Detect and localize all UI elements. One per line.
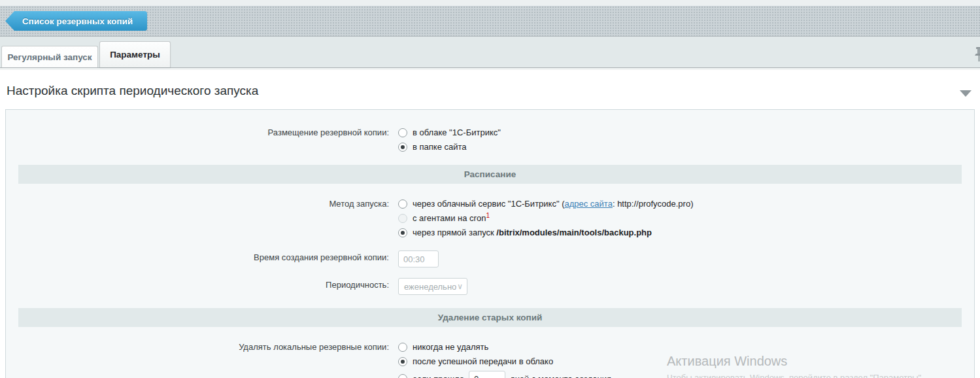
form-row-launch-method: Метод запуска: через облачный сервис "1С… <box>6 197 974 240</box>
tab-regular-launch[interactable]: Регулярный запуск <box>1 46 98 67</box>
tab-parameters-label: Параметры <box>110 50 160 60</box>
placement-label: Размещение резервной копии: <box>6 126 398 137</box>
periodicity-label: Периодичность: <box>6 278 398 290</box>
radio-placement-cloud[interactable]: в облаке "1С-Битрикс" <box>398 126 974 139</box>
form-row-backup-time: Время создания резервной копии: <box>6 250 974 267</box>
radio-method-direct-text: через прямой запуск /bitrix/modules/main… <box>413 228 652 237</box>
radio-circle[interactable] <box>398 343 407 352</box>
radio-placement-folder[interactable]: в папке сайта <box>398 140 974 154</box>
radio-placement-folder-label: в папке сайта <box>413 142 467 152</box>
form-row-placement: Размещение резервной копии: в облаке "1С… <box>6 126 974 154</box>
periodicity-select[interactable]: еженедельно ∨ <box>398 278 467 295</box>
radio-method-direct[interactable]: через прямой запуск /bitrix/modules/main… <box>398 226 974 239</box>
radio-circle[interactable] <box>398 199 407 209</box>
windows-activation-watermark: Активация Windows <box>667 354 787 369</box>
form-row-periodicity: Периодичность: еженедельно ∨ <box>6 278 974 295</box>
tab-bar: Регулярный запуск Параметры <box>0 37 980 68</box>
radio-delete-never-label: никогда не удалять <box>413 342 488 352</box>
back-to-backup-list-button[interactable]: Список резервных копий <box>5 11 147 31</box>
radio-method-cloud-text: через облачный сервис "1С-Битрикс" (адре… <box>413 199 693 209</box>
days-count-input[interactable] <box>469 371 505 378</box>
back-button-label: Список резервных копий <box>22 16 133 26</box>
radio-circle-checked[interactable] <box>398 228 407 237</box>
backup-script-path: /bitrix/modules/main/tools/backup.php <box>496 228 652 237</box>
radio-method-cron-text: с агентами на cron1 <box>413 213 490 223</box>
backup-time-input[interactable] <box>398 250 439 267</box>
top-strip <box>0 0 980 6</box>
delete-local-label: Удалять локальные резервные копии: <box>6 340 398 352</box>
radio-delete-never[interactable]: никогда не удалять <box>398 340 974 354</box>
pushpin-icon[interactable] <box>973 46 980 65</box>
radio-delete-after-cloud-label: после успешной передачи в облако <box>413 356 553 366</box>
radio-circle-disabled <box>398 214 407 223</box>
radio-method-cron: с агентами на cron1 <box>398 211 974 225</box>
footnote-marker: 1 <box>486 212 490 219</box>
page-header: Настройка скрипта периодического запуска <box>0 70 980 109</box>
radio-method-cloud-service[interactable]: через облачный сервис "1С-Битрикс" (адре… <box>398 197 974 211</box>
radio-circle[interactable] <box>398 128 407 137</box>
collapse-section-chevron-icon[interactable] <box>960 90 972 97</box>
tab-parameters[interactable]: Параметры <box>99 41 171 67</box>
windows-activation-watermark-line2: Чтобы активировать Windows, перейдите в … <box>667 373 924 378</box>
radio-placement-cloud-label: в облаке "1С-Битрикс" <box>413 128 501 137</box>
after-days-suffix: дней с момента создания <box>510 374 611 378</box>
radio-circle-checked[interactable] <box>398 357 407 366</box>
site-address-link[interactable]: адрес сайта <box>564 199 612 209</box>
section-header-schedule: Расписание <box>18 165 962 184</box>
radio-circle-checked[interactable] <box>398 143 407 152</box>
radio-circle[interactable] <box>398 374 407 378</box>
section-header-cleanup: Удаление старых копий <box>18 308 962 327</box>
page-title: Настройка скрипта периодического запуска <box>7 84 973 98</box>
chevron-down-icon: ∨ <box>457 282 463 291</box>
tab-regular-launch-label: Регулярный запуск <box>7 52 92 62</box>
backup-time-label: Время создания резервной копии: <box>6 250 398 262</box>
toolbar-band: Список резервных копий <box>0 6 980 37</box>
launch-method-label: Метод запуска: <box>6 197 398 209</box>
after-days-prefix: если прошло <box>413 374 464 378</box>
periodicity-selected-value: еженедельно <box>404 282 456 292</box>
backup-settings-page: Список резервных копий Регулярный запуск… <box>0 0 980 378</box>
settings-form: Размещение резервной копии: в облаке "1С… <box>5 109 975 378</box>
